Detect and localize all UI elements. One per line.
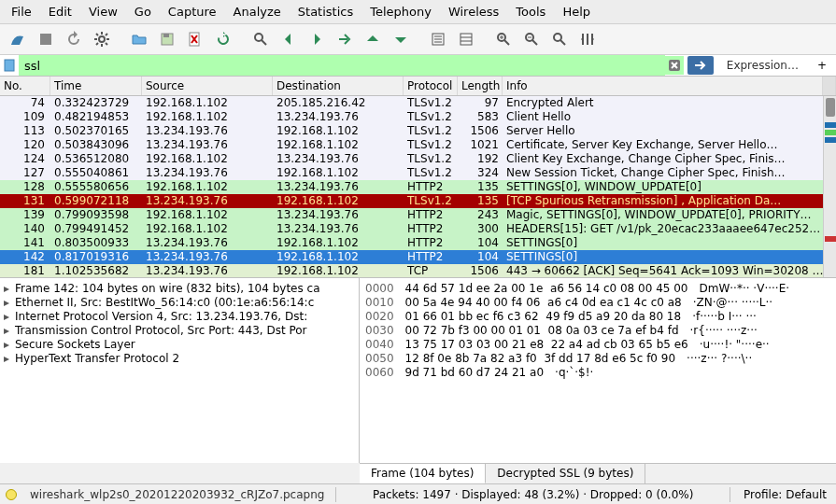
status-filename: wireshark_wlp2s0_20201220203932_cRJZo7.p… — [22, 488, 332, 501]
menu-file[interactable]: File — [4, 2, 39, 21]
tree-item[interactable]: ▸HyperText Transfer Protocol 2 — [2, 352, 357, 366]
svg-point-31 — [554, 34, 561, 41]
menu-statistics[interactable]: Statistics — [290, 2, 361, 21]
menu-view[interactable]: View — [81, 2, 125, 21]
tree-item[interactable]: ▸Ethernet II, Src: BestItWo_56:14:c0 (00… — [2, 296, 357, 310]
packet-row[interactable]: 740.332423729192.168.1.102205.185.216.42… — [0, 96, 836, 110]
goto-icon — [336, 31, 353, 48]
packet-scrollbar[interactable] — [823, 96, 836, 277]
go-forward-button[interactable] — [305, 27, 329, 51]
filter-apply-button[interactable] — [687, 56, 714, 75]
col-info[interactable]: Info — [503, 77, 823, 95]
menu-help[interactable]: Help — [555, 2, 598, 21]
tree-item[interactable]: ▸Transmission Control Protocol, Src Port… — [2, 324, 357, 338]
close-file-button[interactable] — [183, 27, 207, 51]
go-first-button[interactable] — [361, 27, 385, 51]
filter-expression-button[interactable]: Expression… — [717, 59, 808, 72]
resize-columns-button[interactable] — [575, 27, 600, 51]
gear-icon — [93, 31, 110, 48]
go-back-button[interactable] — [276, 27, 301, 51]
go-to-packet-button[interactable] — [333, 27, 357, 51]
expand-triangle-icon[interactable]: ▸ — [2, 282, 11, 296]
stop-capture-button[interactable] — [34, 27, 58, 51]
save-file-button[interactable] — [155, 27, 179, 51]
svg-point-15 — [255, 34, 262, 41]
status-profile[interactable]: Profile: Default — [734, 488, 836, 501]
menu-edit[interactable]: Edit — [41, 2, 79, 21]
packet-row[interactable]: 1390.799093598192.168.1.10213.234.193.76… — [0, 208, 836, 222]
packet-row[interactable]: 1090.482194853192.168.1.10213.234.193.76… — [0, 110, 836, 124]
packet-row[interactable]: 1200.50384309613.234.193.76192.168.1.102… — [0, 138, 836, 152]
svg-line-7 — [106, 43, 107, 45]
restart-capture-button[interactable] — [62, 27, 86, 51]
capture-options-button[interactable] — [90, 27, 114, 51]
col-time[interactable]: Time — [50, 77, 142, 95]
start-capture-button[interactable] — [6, 27, 30, 51]
hex-row[interactable]: 005012 8f 0e 8b 7a 82 a3 f0 3f dd 17 8d … — [365, 352, 830, 366]
filter-clear-button[interactable] — [665, 56, 684, 75]
menu-tools[interactable]: Tools — [508, 2, 553, 21]
tree-item[interactable]: ▸Frame 142: 104 bytes on wire (832 bits)… — [2, 282, 357, 296]
colorize-button[interactable] — [454, 27, 478, 51]
statusbar: wireshark_wlp2s0_20201220203932_cRJZo7.p… — [0, 483, 836, 504]
find-button[interactable] — [248, 27, 273, 51]
svg-line-32 — [560, 40, 565, 45]
packet-row[interactable]: 1410.80350093313.234.193.76192.168.1.102… — [0, 236, 836, 250]
packet-row[interactable]: 1280.555580656192.168.1.10213.234.193.76… — [0, 180, 836, 194]
reload-icon — [215, 31, 232, 48]
packet-row[interactable]: 1270.55504086113.234.193.76192.168.1.102… — [0, 166, 836, 180]
display-filter-input[interactable] — [19, 55, 665, 76]
expand-triangle-icon[interactable]: ▸ — [2, 338, 11, 352]
packet-row[interactable]: 1400.799491452192.168.1.10213.234.193.76… — [0, 222, 836, 236]
filter-add-button[interactable]: + — [808, 59, 836, 72]
tree-item[interactable]: ▸Internet Protocol Version 4, Src: 13.23… — [2, 310, 357, 324]
stop-icon — [37, 31, 54, 48]
hex-row[interactable]: 001000 5a 4e 94 40 00 f4 06 a6 c4 0d ea … — [365, 296, 830, 310]
expand-triangle-icon[interactable]: ▸ — [2, 296, 11, 310]
arrow-up-icon — [364, 31, 381, 48]
packet-row[interactable]: 1420.81701931613.234.193.76192.168.1.102… — [0, 250, 836, 264]
hex-row[interactable]: 003000 72 7b f3 00 00 01 01 08 0a 03 ce … — [365, 324, 830, 338]
reload-button[interactable] — [211, 27, 235, 51]
packet-row[interactable]: 1310.59907211813.234.193.76192.168.1.102… — [0, 194, 836, 208]
packet-list[interactable]: 740.332423729192.168.1.102205.185.216.42… — [0, 96, 836, 277]
hex-row[interactable]: 004013 75 17 03 03 00 21 e8 22 a4 ad cb … — [365, 338, 830, 352]
menu-capture[interactable]: Capture — [161, 2, 224, 21]
tab-frame-bytes[interactable]: Frame (104 bytes) — [360, 464, 486, 483]
svg-line-8 — [106, 34, 107, 35]
bytes-pane-tabs: Frame (104 bytes) Decrypted SSL (9 bytes… — [360, 463, 836, 483]
expand-triangle-icon[interactable]: ▸ — [2, 310, 11, 324]
go-last-button[interactable] — [389, 27, 413, 51]
svg-line-29 — [532, 40, 537, 45]
expand-triangle-icon[interactable]: ▸ — [2, 324, 11, 338]
packet-bytes-hex[interactable]: 000044 6d 57 1d ee 2a 00 1e a6 56 14 c0 … — [360, 278, 836, 463]
col-protocol[interactable]: Protocol — [404, 77, 458, 95]
zoom-out-button[interactable] — [519, 27, 544, 51]
hex-row[interactable]: 002001 66 01 bb ec f6 c3 62 49 f9 d5 a9 … — [365, 310, 830, 324]
expert-info-led-icon[interactable] — [6, 489, 17, 500]
zoom-in-button[interactable] — [491, 27, 516, 51]
packet-details-tree[interactable]: ▸Frame 142: 104 bytes on wire (832 bits)… — [0, 278, 360, 463]
menu-wireless[interactable]: Wireless — [441, 2, 506, 21]
expand-triangle-icon[interactable]: ▸ — [2, 352, 11, 366]
col-source[interactable]: Source — [142, 77, 273, 95]
tab-decrypted-ssl[interactable]: Decrypted SSL (9 bytes) — [486, 464, 645, 483]
hex-row[interactable]: 00609d 71 bd 60 d7 24 21 a0·q·`·$!· — [365, 366, 830, 380]
col-destination[interactable]: Destination — [273, 77, 404, 95]
packet-row[interactable]: 1130.50237016513.234.193.76192.168.1.102… — [0, 124, 836, 138]
tree-item[interactable]: ▸Secure Sockets Layer — [2, 338, 357, 352]
menu-go[interactable]: Go — [127, 2, 159, 21]
menu-analyze[interactable]: Analyze — [226, 2, 289, 21]
menu-telephony[interactable]: Telephony — [362, 2, 439, 21]
auto-scroll-button[interactable] — [426, 27, 450, 51]
zoom-reset-button[interactable] — [547, 27, 572, 51]
col-length[interactable]: Length — [458, 77, 503, 95]
hex-row[interactable]: 000044 6d 57 1d ee 2a 00 1e a6 56 14 c0 … — [365, 282, 830, 296]
packet-row[interactable]: 1240.536512080192.168.1.10213.234.193.76… — [0, 152, 836, 166]
open-file-button[interactable] — [127, 27, 151, 51]
filter-bookmarks-button[interactable] — [0, 55, 19, 76]
packet-row[interactable]: 1811.10253568213.234.193.76192.168.1.102… — [0, 264, 836, 277]
toolbar — [0, 24, 836, 55]
col-no[interactable]: No. — [0, 77, 50, 95]
details-split: ▸Frame 142: 104 bytes on wire (832 bits)… — [0, 277, 836, 463]
